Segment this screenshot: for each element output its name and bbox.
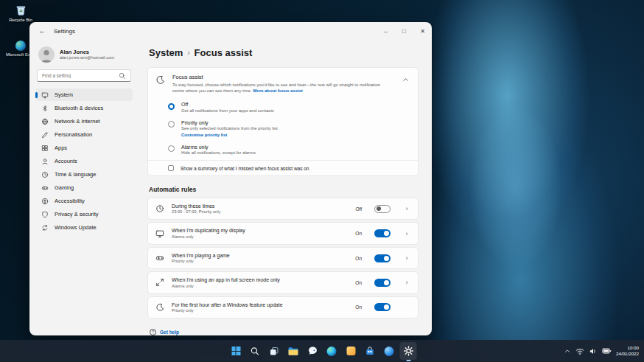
customise-priority-list-link[interactable]: Customise priority list xyxy=(181,133,278,137)
focus-option-off[interactable]: Off Get all notifications from your apps… xyxy=(148,98,418,116)
chevron-right-icon[interactable]: › xyxy=(403,205,410,212)
tray-chevron-up-icon[interactable] xyxy=(564,347,571,355)
search-icon xyxy=(119,72,126,80)
get-help-link[interactable]: Get help xyxy=(160,330,179,335)
sidebar-item-network-internet[interactable]: Network & internet xyxy=(35,115,133,128)
sidebar-item-privacy-security[interactable]: Privacy & security xyxy=(35,208,133,220)
taskbar-app-button-1[interactable] xyxy=(343,342,360,360)
option-label: Off xyxy=(181,102,274,107)
back-button[interactable]: ← xyxy=(37,27,47,35)
start-button[interactable] xyxy=(228,342,245,360)
chevron-right-icon[interactable]: › xyxy=(403,254,410,262)
sidebar-item-time-language[interactable]: Time & language xyxy=(35,168,133,181)
taskbar-center-icons xyxy=(228,340,417,362)
sidebar-item-label: Privacy & security xyxy=(55,211,99,217)
rule-title: When I'm playing a game xyxy=(172,253,348,258)
sidebar-item-bluetooth-devices[interactable]: Bluetooth & devices xyxy=(35,102,133,114)
focus-moon-icon xyxy=(155,75,165,85)
radio-selected-icon[interactable] xyxy=(168,103,175,110)
rule-subtitle: Alarms only xyxy=(172,234,348,239)
sidebar-item-system[interactable]: System xyxy=(35,88,133,101)
sidebar-item-personalisation[interactable]: Personalisation xyxy=(35,128,133,141)
close-button[interactable]: ✕ xyxy=(413,22,432,40)
rule-after-feature-update[interactable]: For the first hour after a Windows featu… xyxy=(147,296,419,319)
breadcrumb-parent[interactable]: System xyxy=(149,47,183,58)
sidebar-item-accessibility[interactable]: Accessibility xyxy=(35,195,133,207)
toggle-state-label: On xyxy=(355,304,362,310)
toggle-switch[interactable] xyxy=(374,254,391,262)
maximize-button[interactable]: □ xyxy=(395,22,413,40)
more-about-focus-assist-link[interactable]: More about focus assist xyxy=(253,88,302,93)
option-description: See only selected notifications from the… xyxy=(181,126,278,130)
rule-subtitle: Priority only xyxy=(172,308,348,313)
rule-full-screen-app[interactable]: When I'm using an app in full screen mod… xyxy=(147,271,419,293)
store-button[interactable] xyxy=(362,342,379,360)
breadcrumb-separator: › xyxy=(187,49,189,57)
update-arrows-icon xyxy=(41,224,49,232)
sidebar-item-windows-update[interactable]: Windows Update xyxy=(35,221,133,234)
summary-checkbox-row[interactable]: Show a summary of what I missed when foc… xyxy=(148,160,418,175)
focus-assist-header[interactable]: Focus assist To stay focused, choose whi… xyxy=(148,68,418,98)
battery-icon[interactable] xyxy=(602,347,612,355)
apps-grid-icon xyxy=(41,145,49,152)
option-description: Get all notifications from your apps and… xyxy=(181,108,274,113)
rule-subtitle: 23:00 - 07:00; Priority only xyxy=(172,209,348,214)
rule-title: For the first hour after a Windows featu… xyxy=(172,302,348,307)
summary-checkbox-label: Show a summary of what I missed when foc… xyxy=(181,166,309,171)
chat-button[interactable] xyxy=(304,342,321,360)
toggle-state-label: Off xyxy=(355,206,362,212)
rule-during-these-times[interactable]: During these times 23:00 - 07:00; Priori… xyxy=(147,198,419,220)
clock-icon xyxy=(41,171,49,178)
file-explorer-button[interactable] xyxy=(285,342,302,360)
edge-icon xyxy=(15,41,26,51)
edge-icon xyxy=(327,347,337,356)
wifi-icon[interactable] xyxy=(575,347,584,355)
sidebar-item-accounts[interactable]: Accounts xyxy=(35,155,133,167)
globe-icon xyxy=(41,118,49,125)
radio-unselected-icon[interactable] xyxy=(168,145,175,152)
focus-assist-title: Focus assist xyxy=(172,74,392,80)
rule-duplicating-display[interactable]: When I'm duplicating my display Alarms o… xyxy=(147,222,419,244)
task-view-button[interactable] xyxy=(266,342,283,360)
toggle-switch[interactable] xyxy=(374,303,391,311)
task-view-icon xyxy=(270,347,279,356)
focus-option-priority-only[interactable]: Priority only See only selected notifica… xyxy=(148,116,418,141)
toggle-switch[interactable] xyxy=(374,229,391,237)
windows-logo-icon xyxy=(231,347,240,355)
sidebar-item-apps[interactable]: Apps xyxy=(35,142,133,154)
rule-subtitle: Alarms only xyxy=(172,284,348,288)
radio-unselected-icon[interactable] xyxy=(168,121,175,128)
settings-button-active[interactable] xyxy=(400,342,417,360)
minimize-button[interactable]: – xyxy=(377,22,395,40)
checkbox-unchecked-icon[interactable] xyxy=(168,165,174,171)
monitor-icon xyxy=(41,91,49,99)
sidebar-item-gaming[interactable]: Gaming xyxy=(35,181,133,194)
app-icon xyxy=(346,347,355,355)
accessibility-icon xyxy=(41,198,49,205)
rule-title: When I'm duplicating my display xyxy=(172,228,348,233)
chevron-right-icon[interactable]: › xyxy=(403,230,410,237)
taskbar-app-button-2[interactable] xyxy=(381,342,398,360)
rule-title: When I'm using an app in full screen mod… xyxy=(172,277,348,282)
chevron-right-icon[interactable]: › xyxy=(403,279,410,286)
taskbar-search-button[interactable] xyxy=(247,342,264,360)
chevron-up-icon[interactable] xyxy=(402,77,409,83)
get-help[interactable]: ? Get help xyxy=(150,329,419,335)
rule-playing-a-game[interactable]: When I'm playing a game Priority only On… xyxy=(147,247,419,269)
user-profile[interactable]: Alan Jones alan.jones.wm@hotmail.com xyxy=(35,43,133,69)
automatic-rules-heading: Automatic rules xyxy=(149,186,419,193)
sidebar-item-label: Accessibility xyxy=(55,198,85,204)
sidebar-item-label: Windows Update xyxy=(55,224,97,231)
sidebar-item-label: Network & internet xyxy=(55,118,100,125)
desktop-icon-recycle-bin[interactable]: Recycle Bin xyxy=(1,4,40,22)
search-input[interactable] xyxy=(42,73,119,78)
toggle-switch[interactable] xyxy=(374,205,391,213)
focus-option-alarms-only[interactable]: Alarms only Hide all notifications, exce… xyxy=(148,141,418,159)
user-email: alan.jones.wm@hotmail.com xyxy=(60,55,114,60)
toggle-switch[interactable] xyxy=(374,279,391,287)
taskbar-clock[interactable]: 10:00 24/01/2022 xyxy=(616,345,639,357)
volume-icon[interactable] xyxy=(589,347,598,355)
edge-button[interactable] xyxy=(323,342,340,360)
settings-search[interactable] xyxy=(37,69,131,82)
bluetooth-icon xyxy=(41,105,49,112)
